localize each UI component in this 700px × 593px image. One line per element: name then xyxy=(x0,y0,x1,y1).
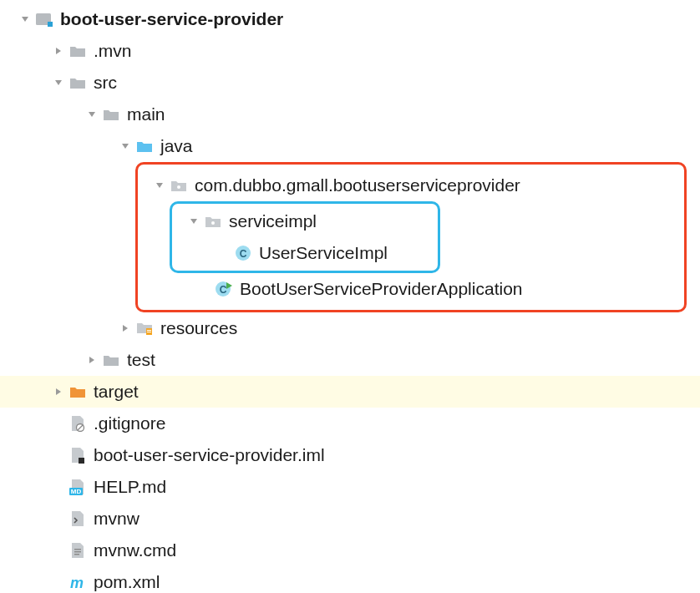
file-md-icon: MD xyxy=(67,479,89,495)
svg-text:m: m xyxy=(70,575,84,590)
tree-node-resources[interactable]: resources xyxy=(0,312,700,344)
tree-node-iml[interactable]: boot-user-service-provider.iml xyxy=(0,439,700,471)
chevron-right-icon[interactable] xyxy=(117,323,134,333)
tree-node-label: boot-user-service-provider.iml xyxy=(94,445,325,465)
tree-node-label: boot-user-service-provider xyxy=(60,9,283,29)
tree-node-test[interactable]: test xyxy=(0,344,700,376)
tree-node-label: .mvn xyxy=(94,41,132,61)
svg-rect-13 xyxy=(79,458,84,464)
source-folder-icon xyxy=(134,139,155,153)
folder-icon xyxy=(100,353,122,367)
svg-rect-9 xyxy=(147,330,151,331)
package-icon xyxy=(202,215,224,228)
file-ignore-icon xyxy=(67,415,89,432)
tree-node-label: pom.xml xyxy=(94,572,160,592)
tree-node-label: mvnw.cmd xyxy=(94,540,176,560)
chevron-down-icon[interactable] xyxy=(84,109,100,119)
tree-node-label: mvnw xyxy=(94,509,139,529)
tree-node-label: main xyxy=(127,104,165,124)
tree-node-root[interactable]: boot-user-service-provider xyxy=(0,3,700,35)
tree-node-mvnw[interactable]: mvnw xyxy=(0,503,700,535)
tree-node-label: test xyxy=(127,350,155,370)
resources-folder-icon xyxy=(134,321,155,336)
chevron-right-icon[interactable] xyxy=(50,46,67,56)
highlight-box-red: com.dubbo.gmall.bootuserserviceprovider … xyxy=(135,162,687,312)
chevron-down-icon[interactable] xyxy=(185,216,202,226)
chevron-right-icon[interactable] xyxy=(50,387,67,397)
tree-node-label: java xyxy=(160,136,193,156)
svg-point-2 xyxy=(177,185,180,189)
module-icon xyxy=(33,12,55,27)
tree-node-package[interactable]: com.dubbo.gmall.bootuserserviceprovider xyxy=(139,170,682,201)
tree-node-main[interactable]: main xyxy=(0,99,700,130)
tree-node-label: HELP.md xyxy=(94,477,166,497)
svg-rect-17 xyxy=(74,551,81,552)
tree-node-bootapp[interactable]: C BootUserServiceProviderApplication xyxy=(139,273,682,305)
tree-node-label: resources xyxy=(160,318,237,338)
svg-text:MD: MD xyxy=(71,488,82,495)
tree-node-label: serviceimpl xyxy=(229,211,317,231)
package-icon xyxy=(168,179,190,192)
excluded-folder-icon xyxy=(67,385,89,398)
file-iml-icon xyxy=(67,447,89,464)
file-text-icon xyxy=(67,542,89,559)
tree-node-label: .gitignore xyxy=(94,413,165,433)
folder-icon xyxy=(67,76,89,89)
chevron-right-icon[interactable] xyxy=(84,355,100,365)
tree-node-serviceimpl[interactable]: serviceimpl xyxy=(174,205,436,237)
tree-node-label: BootUserServiceProviderApplication xyxy=(240,279,523,299)
tree-node-pom[interactable]: m pom.xml xyxy=(0,566,700,593)
tree-node-help[interactable]: MD HELP.md xyxy=(0,471,700,503)
tree-node-target[interactable]: target xyxy=(0,376,700,408)
tree-node-java[interactable]: java xyxy=(0,130,700,162)
tree-node-label: target xyxy=(94,382,139,402)
file-maven-icon: m xyxy=(67,574,89,590)
tree-node-label: com.dubbo.gmall.bootuserserviceprovider xyxy=(195,175,520,195)
tree-node-userserviceimpl[interactable]: C UserServiceImpl xyxy=(174,237,436,269)
chevron-down-icon[interactable] xyxy=(17,14,33,24)
folder-icon xyxy=(67,44,89,58)
svg-point-3 xyxy=(211,221,215,225)
chevron-down-icon[interactable] xyxy=(117,141,134,151)
tree-node-label: src xyxy=(94,73,117,93)
tree-node-src[interactable]: src xyxy=(0,67,700,99)
class-icon: C xyxy=(232,245,254,261)
svg-rect-1 xyxy=(48,22,53,27)
runnable-class-icon: C xyxy=(213,281,235,297)
chevron-down-icon[interactable] xyxy=(151,180,168,190)
folder-icon xyxy=(100,108,122,121)
svg-text:C: C xyxy=(240,248,247,260)
svg-text:C: C xyxy=(220,284,227,296)
tree-node-mvn[interactable]: .mvn xyxy=(0,35,700,67)
tree-node-gitignore[interactable]: .gitignore xyxy=(0,408,700,439)
file-shell-icon xyxy=(67,510,89,527)
highlight-box-blue: serviceimpl C UserServiceImpl xyxy=(170,201,440,273)
tree-node-label: UserServiceImpl xyxy=(259,243,388,263)
tree-node-mvnwcmd[interactable]: mvnw.cmd xyxy=(0,535,700,566)
chevron-down-icon[interactable] xyxy=(50,78,67,88)
svg-rect-16 xyxy=(74,549,81,550)
svg-rect-18 xyxy=(74,554,79,555)
svg-rect-10 xyxy=(147,332,151,332)
